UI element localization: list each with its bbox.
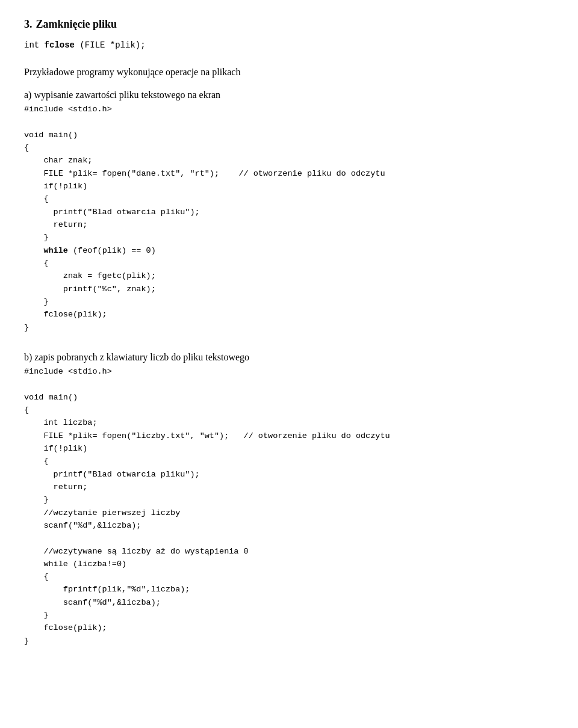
- section-b-code-block: #include <stdio.h> void main() { int lic…: [24, 365, 554, 647]
- close-signature: int fclose (FILE *plik);: [24, 40, 554, 50]
- section-b-label-text: b) zapis pobranych z klawiatury liczb do…: [24, 352, 249, 362]
- section-intro: Przykładowe programy wykonujące operacje…: [24, 67, 554, 78]
- section-a-label-text: a) wypisanie zawartości pliku tekstowego…: [24, 90, 220, 100]
- heading-number: 3.: [24, 18, 33, 31]
- page-content: 3. Zamknięcie pliku int fclose (FILE *pl…: [24, 18, 554, 647]
- section-b-label: b) zapis pobranych z klawiatury liczb do…: [24, 352, 554, 363]
- section-a-label: a) wypisanie zawartości pliku tekstowego…: [24, 90, 554, 100]
- section-heading: 3. Zamknięcie pliku: [24, 18, 554, 31]
- heading-title: Zamknięcie pliku: [36, 18, 117, 31]
- section-a-code-block: #include <stdio.h> void main() { char zn…: [24, 103, 554, 334]
